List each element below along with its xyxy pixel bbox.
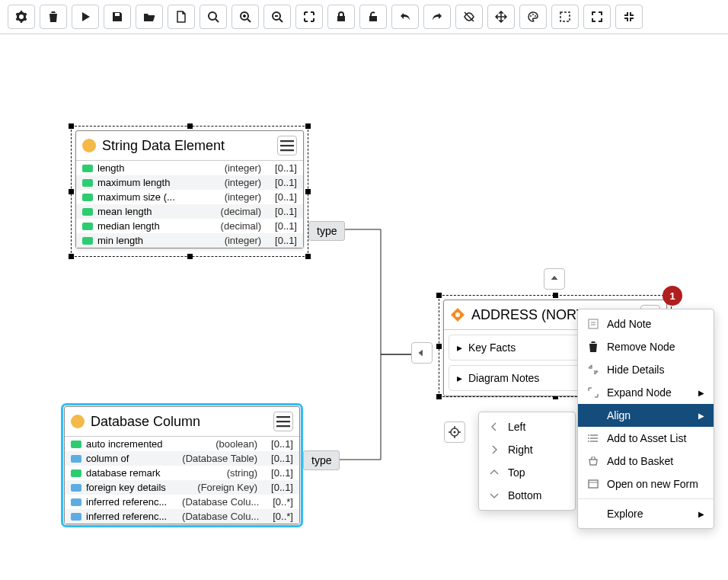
list-icon [587,432,599,444]
attr-type-swatch [82,208,93,216]
menu-item-hide-details[interactable]: Hide Details [578,358,714,381]
attr-name: length [97,162,220,174]
attr-type: (Database Table) [182,453,257,464]
focus-target-button[interactable] [444,421,465,443]
attr-card: [0..1] [266,177,297,188]
attr-row[interactable]: inferred referenc...(Database Colu...[0.… [65,495,299,509]
menu-item-remove-node[interactable]: Remove Node [578,335,714,358]
attr-row[interactable]: min length(integer)[0..1] [76,233,303,248]
svg-point-7 [535,15,536,17]
type-tag-string[interactable]: type [308,221,345,241]
menu-item-label: Add Note [607,318,651,330]
toolbar-zoom-in-button[interactable] [231,5,259,29]
menu-item-label: Right [508,444,533,456]
toolbar-eye-off-button[interactable] [455,5,483,29]
svg-point-12 [454,431,456,434]
align-bottom[interactable]: Bottom [479,484,575,507]
menu-item-add-note[interactable]: Add Note [578,312,714,335]
toolbar-undo-button[interactable] [391,5,419,29]
align-left[interactable]: Left [479,415,575,438]
attr-row[interactable]: maximum length(integer)[0..1] [76,175,303,190]
basket-icon [587,455,599,467]
attr-row[interactable]: column of(Database Table)[0..1] [65,451,299,466]
toolbar [0,0,728,34]
notification-badge: 1 [663,286,682,306]
attr-type: (decimal) [221,220,261,232]
menu-item-open-on-new-form[interactable]: Open on new Form [578,473,714,495]
collapse-icon [587,364,599,376]
attr-card: [0..1] [266,206,297,217]
menu-item-align[interactable]: Align▶ [578,404,714,427]
nav-arrow-left[interactable] [411,342,433,364]
toolbar-expand-button[interactable] [583,5,611,29]
attr-row[interactable]: database remark(string)[0..1] [65,466,299,480]
attr-row[interactable]: maximum size (...(integer)[0..1] [76,190,303,204]
attr-name: inferred referenc... [86,511,177,522]
align-submenu: LeftRightTopBottom [478,412,576,511]
attr-name: inferred referenc... [86,496,177,508]
chevron-right-icon: ▶ [698,412,704,420]
chevron-right-icon: ▶ [698,510,704,518]
toolbar-zoom-out-button[interactable] [263,5,291,29]
trash-icon [587,341,599,353]
align-right[interactable]: Right [479,438,575,461]
toolbar-folder-open-button[interactable] [136,5,163,29]
attr-row[interactable]: median length(decimal)[0..1] [76,219,303,233]
menu-item-add-to-asset-list[interactable]: Add to Asset List [578,427,714,450]
toolbar-crop-button[interactable] [551,5,579,29]
attr-row[interactable]: inferred referenc...(Database Colu...[0.… [65,509,299,524]
menu-item-label: Bottom [508,489,541,501]
toolbar-file-button[interactable] [168,5,195,29]
toolbar-fit-button[interactable] [295,5,323,29]
node-menu-button[interactable] [277,136,297,155]
menu-item-add-to-basket[interactable]: Add to Basket [578,450,714,473]
attr-row[interactable]: mean length(decimal)[0..1] [76,204,303,219]
toolbar-trash-button[interactable] [40,5,67,29]
type-icon-circle [71,415,85,428]
nav-arrow-up[interactable] [544,268,565,290]
toolbar-redo-button[interactable] [423,5,451,29]
attr-type-swatch [71,441,81,448]
note-icon [587,318,599,330]
toolbar-save-button[interactable] [104,5,131,29]
menu-item-expand-node[interactable]: Expand Node▶ [578,381,714,404]
menu-item-label: Align [607,409,631,421]
menu-item-explore[interactable]: Explore▶ [578,502,714,525]
toolbar-unlock-button[interactable] [359,5,387,29]
menu-item-label: Add to Basket [607,455,673,467]
attr-name: auto incremented [86,438,211,450]
toolbar-gear-button[interactable] [8,5,35,29]
attr-name: maximum size (... [97,191,220,203]
svg-point-14 [588,434,589,436]
attr-card: [0..1] [266,220,297,232]
node-menu-button[interactable] [273,412,293,431]
attr-row[interactable]: length(integer)[0..1] [76,161,303,175]
node-string-data-element[interactable]: String Data Element length(integer)[0..1… [75,130,304,248]
toolbar-move-button[interactable] [487,5,515,29]
attr-row[interactable]: foreign key details(Foreign Key)[0..1] [65,480,299,495]
toolbar-lock-button[interactable] [327,5,355,29]
expand2-icon [587,386,599,399]
canvas[interactable]: String Data Element length(integer)[0..1… [0,34,728,580]
attr-type-swatch [82,179,93,187]
toolbar-compress-button[interactable] [615,5,643,29]
menu-item-label: Top [508,466,525,479]
toolbar-play-button[interactable] [72,5,99,29]
align-top[interactable]: Top [479,461,575,484]
menu-item-label: Remove Node [607,341,675,353]
svg-rect-17 [589,480,598,488]
attr-list-dbcol: auto incremented(boolean)[0..1]column of… [65,437,299,524]
type-tag-dbcol[interactable]: type [303,450,340,470]
attr-list-string: length(integer)[0..1]maximum length(inte… [76,161,303,248]
menu-item-label: Expand Node [607,386,672,399]
arr-up-icon [488,466,500,479]
toolbar-palette-button[interactable] [519,5,547,29]
attr-type: (decimal) [221,206,261,217]
attr-type: (integer) [225,177,261,188]
attr-card: [0..1] [262,482,293,493]
attr-type-swatch [82,237,93,245]
attr-name: foreign key details [86,482,193,493]
toolbar-search-button[interactable] [200,5,227,29]
node-database-column[interactable]: Database Column auto incremented(boolean… [64,406,300,524]
attr-row[interactable]: auto incremented(boolean)[0..1] [65,437,299,451]
